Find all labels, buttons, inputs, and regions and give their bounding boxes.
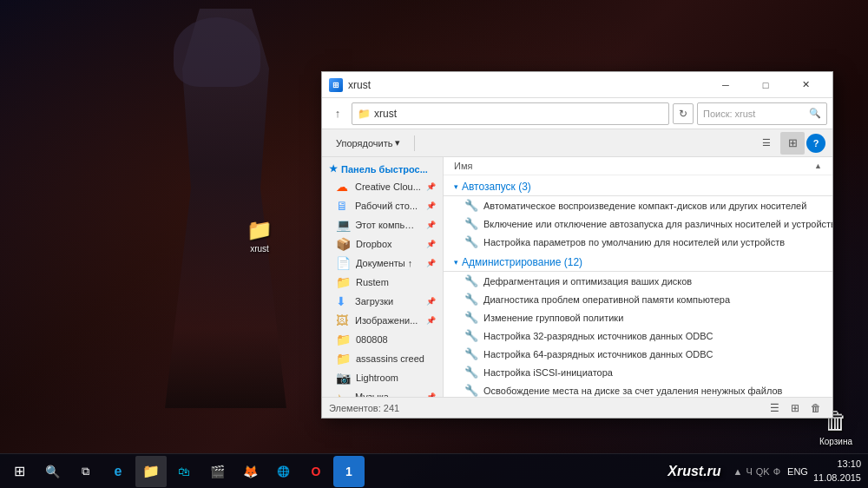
sidebar-item-080808[interactable]: 📁 080808 [322, 330, 443, 349]
sidebar-item-music[interactable]: ♪ Музыка 📌 [322, 387, 443, 397]
sidebar-item-computer[interactable]: 💻 Этот компьюс... 📌 [322, 215, 443, 234]
window-body: ★ Панель быстрос... ☁ Creative Clou... 📌… [322, 157, 832, 397]
refresh-button[interactable]: ↻ [673, 103, 694, 124]
windows-icon: ⊞ [14, 463, 25, 479]
date-display: 11.08.2015 [813, 472, 861, 485]
item-label: Настройка iSCSI-инициатора [483, 367, 613, 378]
taskbar: ⊞ 🔍 ⧉ e 📁 🛍 🎬 🦊 🌐 O 1 [0, 453, 868, 488]
sidebar-item-dropbox1[interactable]: 📦 Dropbox 📌 [322, 234, 443, 254]
folder-icon: 📁 [336, 352, 351, 366]
toolbar-separator [414, 135, 415, 151]
sidebar-item-documents[interactable]: 📄 Документы ↑ 📌 [322, 254, 443, 273]
status-view-large[interactable]: ⊞ [786, 399, 805, 417]
view-tiles-button[interactable]: ⊞ [780, 132, 805, 155]
explorer-button[interactable]: 📁 [135, 456, 167, 487]
sidebar-item-lightroom[interactable]: 📷 Lightroom [322, 368, 443, 387]
address-box[interactable]: 📁 xrust [352, 102, 669, 125]
view-details-button[interactable]: ☰ [754, 132, 779, 155]
group-admin[interactable]: ▾ Администрирование (12) [444, 251, 832, 272]
xrust-folder-label: xrust [250, 244, 269, 254]
sidebar-item-assassins[interactable]: 📁 assassins creed [322, 349, 443, 368]
list-item[interactable]: 🔧 Настройка параметров по умолчанию для … [444, 233, 832, 251]
list-item[interactable]: 🔧 Настройка 32-разрядных источников данн… [444, 326, 832, 345]
quick-access-header[interactable]: ★ Панель быстрос... [322, 161, 443, 177]
list-item[interactable]: 🔧 Настройка 64-разрядных источников данн… [444, 345, 832, 363]
group-autorun[interactable]: ▾ Автозапуск (3) [444, 175, 832, 196]
back-button[interactable]: ↑ [327, 103, 348, 124]
sidebar-item-label: Creative Clou... [355, 181, 421, 192]
item-icon: 🔧 [464, 347, 478, 360]
window-app-icon: ⊞ [329, 78, 343, 92]
item-icon: 🔧 [464, 293, 478, 306]
start-button[interactable]: ⊞ [3, 456, 35, 487]
task-view-button[interactable]: ⧉ [69, 456, 101, 487]
item-label: Автоматическое воспроизведение компакт-д… [483, 201, 806, 211]
toolbar-view-controls: ☰ ⊞ ? [754, 132, 825, 155]
tray-network[interactable]: Ф [773, 466, 780, 477]
list-item[interactable]: 🔧 Изменение групповой политики [444, 308, 832, 326]
onepassword-button[interactable]: 1 [333, 456, 365, 487]
store-icon: 🛍 [178, 465, 190, 478]
item-icon: 🔧 [464, 366, 478, 379]
sidebar-item-pictures[interactable]: 🖼 Изображени... 📌 [322, 311, 443, 330]
task-view-icon: ⧉ [82, 465, 89, 478]
firefox-icon: 🦊 [243, 465, 258, 478]
xrust-brand: Xrust.ru [667, 464, 720, 479]
help-button[interactable]: ? [806, 134, 825, 153]
tray-battery[interactable]: Ч [746, 466, 752, 477]
item-icon: 🔧 [464, 217, 478, 230]
folder-icon: 📁 [247, 218, 273, 242]
list-item[interactable]: 🔧 Освобождение места на диске за счет уд… [444, 381, 832, 397]
opera-button[interactable]: O [300, 456, 332, 487]
tray-arrow[interactable]: ▲ [733, 466, 743, 477]
tray-volume[interactable]: QK [756, 466, 770, 477]
lang-indicator[interactable]: ENG [787, 466, 808, 477]
list-item[interactable]: 🔧 Диагностика проблем оперативной памяти… [444, 290, 832, 308]
organize-arrow: ▾ [395, 137, 400, 148]
media-button[interactable]: 🎬 [201, 456, 233, 487]
statusbar-view-controls: ☰ ⊞ 🗑 [765, 399, 825, 417]
clock[interactable]: 13:10 11.08.2015 [813, 458, 861, 485]
list-item[interactable]: 🔧 Дефрагментация и оптимизация ваших дис… [444, 272, 832, 290]
items-count: Элементов: 241 [329, 403, 399, 413]
item-icon: 🔧 [464, 199, 478, 212]
status-view-details[interactable]: ☰ [765, 399, 784, 417]
sidebar-item-label: Рабочий сто... [355, 201, 418, 211]
computer-icon: 💻 [336, 218, 350, 232]
maximize-button[interactable]: □ [746, 72, 786, 98]
list-item[interactable]: 🔧 Включение или отключение автозапуска д… [444, 214, 832, 233]
file-explorer-window: ⊞ xrust ─ □ ✕ ↑ 📁 xrust ↻ Поиск: xrust 🔍… [321, 71, 833, 419]
content-area: Имя ▲ ▾ Автозапуск (3) 🔧 Автоматическое … [444, 157, 832, 397]
firefox-button[interactable]: 🦊 [234, 456, 266, 487]
item-label: Изменение групповой политики [483, 313, 623, 323]
downloads-icon: ⬇ [336, 294, 350, 308]
close-button[interactable]: ✕ [786, 72, 825, 98]
recycle-bin-button[interactable]: 🗑 [806, 399, 825, 417]
sidebar-item-rustem[interactable]: 📁 Rustem [322, 273, 443, 292]
minimize-button[interactable]: ─ [706, 72, 746, 98]
creative-cloud-icon: ☁ [336, 180, 350, 194]
sort-arrow: ▲ [814, 162, 822, 170]
list-item[interactable]: 🔧 Автоматическое воспроизведение компакт… [444, 196, 832, 214]
sidebar-item-desktop[interactable]: 🖥 Рабочий сто... 📌 [322, 196, 443, 215]
search-button[interactable]: 🔍 [36, 456, 68, 487]
group-arrow: ▾ [454, 258, 458, 267]
sidebar-item-label: Lightroom [356, 373, 398, 383]
sidebar: ★ Панель быстрос... ☁ Creative Clou... 📌… [322, 157, 444, 397]
search-icon: 🔍 [809, 108, 821, 119]
taskbar-left: ⊞ 🔍 ⧉ e 📁 🛍 🎬 🦊 🌐 O 1 [0, 456, 368, 487]
sidebar-item-label: Загрузки [355, 296, 393, 307]
search-box[interactable]: Поиск: xrust 🔍 [697, 102, 827, 125]
chrome-button[interactable]: 🌐 [267, 456, 299, 487]
sidebar-item-downloads[interactable]: ⬇ Загрузки 📌 [322, 292, 443, 311]
sidebar-item-creative-cloud[interactable]: ☁ Creative Clou... 📌 [322, 177, 443, 196]
address-text: xrust [374, 108, 397, 120]
window-titlebar: ⊞ xrust ─ □ ✕ [322, 72, 832, 98]
ie-button[interactable]: e [102, 456, 134, 487]
xrust-desktop-folder[interactable]: 📁 xrust [247, 218, 273, 254]
taskbar-right: Xrust.ru ▲ Ч QK Ф ENG 13:10 11.08.2015 [661, 458, 868, 485]
store-button[interactable]: 🛍 [168, 456, 200, 487]
list-item[interactable]: 🔧 Настройка iSCSI-инициатора [444, 363, 832, 381]
organize-button[interactable]: Упорядочить ▾ [329, 132, 407, 155]
explorer-icon: 📁 [142, 463, 160, 479]
